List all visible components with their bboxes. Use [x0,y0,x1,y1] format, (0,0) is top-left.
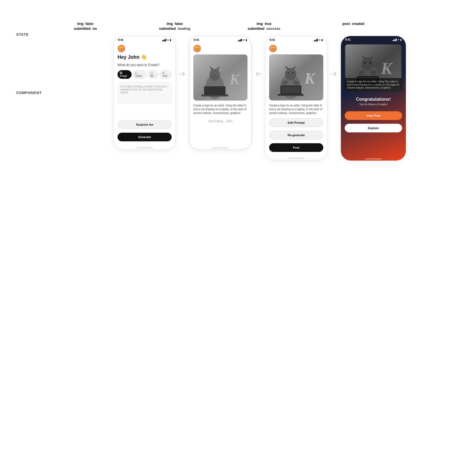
tab-image[interactable]: 🖼 Image [118,70,132,79]
state3-img-line: img true [257,22,272,26]
state-meta-4: post created [343,22,364,26]
sb-2 [239,40,240,41]
sb3-3 [316,39,317,41]
battery-icon-4: ▮ [400,38,402,41]
status-icons-4: ▾ ▮ [393,38,402,41]
svg-point-2 [209,69,220,81]
greeting-subtitle: What do you want to Create? [118,63,172,67]
state2-img-key: img [167,22,173,26]
home-indicator-3 [288,158,304,159]
state4-post-line: post created [343,22,364,26]
phone-screen3: 9:41 ▾ ▮ [265,36,327,160]
dark-image-caption-text: Create A Logo For An Artist. Using The L… [347,80,399,89]
status-bar-3: 9:41 ▾ ▮ [265,36,327,43]
avatar-emoji-1: 🐱 [119,46,124,51]
svg-point-23 [361,57,374,71]
state2-img-line: img false [167,22,183,26]
screen2-content: 🐱 [190,43,251,145]
state3-submitted-key: submitted [248,27,265,31]
time-1: 9:41 [118,38,123,41]
state-column-1: img false submitted no [54,22,116,36]
status-bar-1: 9:41 ▾ ▮ [114,36,175,43]
sb-4 [241,39,242,41]
state-meta-2: img false submitted loading [159,22,190,31]
component-label: COMPONENT [16,91,49,95]
regenerate-button[interactable]: Re-generate [269,131,323,139]
state3-img-val: true [265,22,272,26]
signal-bars-2 [238,39,242,41]
state-column-3: img true submitted success [233,22,295,36]
phone-screen2: 9:41 ▾ ▮ [189,36,252,150]
avatar-row-2: 🐱 [193,45,247,52]
tab-video-label: ▷ Video [135,71,144,77]
cat-statue-svg-2: K [193,54,247,100]
tab-text-label: ✕ Text [162,71,169,77]
svg-rect-20 [282,87,300,93]
phone-screen1: 9:41 ▾ ▮ [113,36,176,150]
congrats-section: Congratulations! You're Now a Creator [345,94,402,107]
screen3-column: 9:41 ▾ ▮ [265,36,327,160]
post-button[interactable]: Post [269,143,323,152]
screen1-content: 🐱 Hey John 👋 What do you want to Create?… [114,43,175,145]
signal-bar-3 [164,39,165,41]
spacer-2 [193,125,247,141]
surprise-button[interactable]: Surprise me [118,120,172,129]
wifi-icon-1: ▾ [167,39,169,41]
svg-text:K: K [381,59,393,77]
prompt-input[interactable]: A monkey climbing a tower to rescue a sa… [118,82,172,104]
status-bar-4: 9:41 ▾ ▮ [341,36,406,42]
svg-text:K: K [229,71,240,87]
left-labels: STATE COMPONENT [16,22,49,95]
main-layout: STATE COMPONENT img false submitted no [16,22,460,161]
avatar-3: 🐱 [269,45,277,52]
home-indicator-1 [136,147,153,148]
tab-3d[interactable]: ⬡ 3D [148,70,159,79]
state-label: STATE [16,32,49,37]
avatar-row-1: 🐱 [118,45,172,52]
tab-video[interactable]: ▷ Video [133,70,146,79]
state1-submitted-val: no [93,27,97,31]
states-row: img false submitted no img false [54,22,465,36]
battery-icon-1: ▮ [170,39,171,41]
state1-img-val: false [85,22,93,26]
screens-container: 9:41 ▾ ▮ [54,36,465,161]
explore-button[interactable]: Explore [345,124,402,132]
time-3: 9:41 [270,38,275,41]
battery-icon-2: ▮ [246,39,247,41]
sb-3 [240,39,241,41]
generated-image-3: K [269,54,323,100]
greeting-title: Hey John 👋 [118,54,172,60]
tab-text[interactable]: ✕ Text [160,70,172,79]
signal-bars-4 [393,38,397,41]
svg-rect-7 [204,86,226,95]
sb4-1 [393,40,393,41]
congrats-title: Congratulations! [345,97,402,102]
state4-post-key: post [343,22,350,26]
sb3-1 [314,40,315,41]
avatar-1: 🐱 [118,45,125,52]
state-meta-1: img false submitted no [74,22,97,31]
sb4-2 [394,40,395,41]
dark-generated-image: K Create A Logo For An Artist. Using The… [345,44,402,92]
signal-bars-1 [162,39,166,41]
view-post-button[interactable]: View Post [345,111,402,120]
avatar-row-3: 🐱 [269,45,323,52]
generate-button[interactable]: Generate [118,133,172,141]
caption-3: Create a logo for an artist. Using the l… [269,104,323,115]
arrow-3-4 [327,69,341,79]
signal-bar-1 [162,40,163,41]
wifi-icon-3: ▾ [319,39,320,41]
cat-statue-svg-3: K [269,54,323,100]
content-area: img false submitted no img false [49,22,460,161]
status-icons-3: ▾ ▮ [314,39,323,41]
generated-image-2: K [193,54,247,100]
wifi-icon-4: ▾ [398,38,399,41]
sb4-4 [396,38,397,41]
avatar-emoji-3: 🐱 [271,46,275,51]
sb3-2 [315,40,316,41]
edit-prompt-button[interactable]: Edit Prompt [269,118,323,127]
state4-post-val: created [352,22,364,26]
status-icons-1: ▾ ▮ [162,39,171,41]
state-column-4: post created [322,22,384,31]
state2-submitted-line: submitted loading [159,27,190,31]
